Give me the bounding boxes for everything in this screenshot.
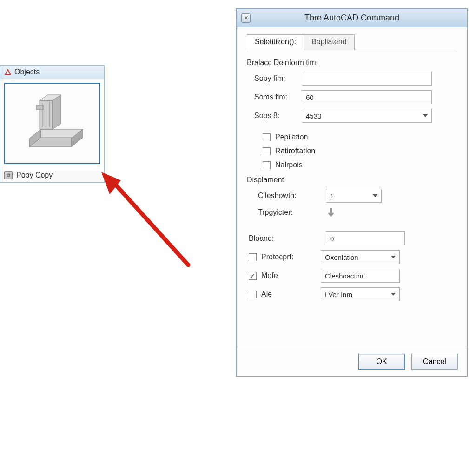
row-soms-fim: Soms fim: bbox=[247, 90, 457, 104]
chevron-down-icon bbox=[391, 293, 396, 296]
objects-panel-header: Objects bbox=[0, 66, 104, 79]
label-protocprt: Protocprt: bbox=[261, 253, 321, 261]
checkbox-protocprt[interactable] bbox=[249, 253, 257, 261]
label-trigger: Trpgyicter: bbox=[247, 208, 326, 217]
row-sops: Sops 8: 4533 bbox=[247, 109, 457, 123]
svg-marker-16 bbox=[328, 213, 334, 217]
label-bloand: Bloand: bbox=[247, 234, 326, 243]
input-sopy-fim[interactable] bbox=[302, 72, 432, 86]
cancel-button[interactable]: Cancel bbox=[411, 354, 458, 370]
select-cleshowth-value: 1 bbox=[330, 192, 334, 200]
select-cleshowth[interactable]: 1 bbox=[326, 189, 382, 203]
svg-rect-15 bbox=[330, 208, 332, 213]
checkbox-ale[interactable] bbox=[249, 291, 257, 298]
select-protocprt-value: Oxenlation bbox=[325, 253, 358, 261]
tab-selection[interactable]: Seletitizon(): bbox=[247, 34, 304, 50]
checkbox-nalrpois-label: Nalrpois bbox=[275, 161, 303, 169]
checkbox-nalrpois[interactable] bbox=[263, 161, 271, 169]
section-displament-heading: Displament bbox=[247, 176, 457, 184]
checkbox-mofe[interactable] bbox=[249, 272, 257, 280]
row-trigger: Trpgyicter: bbox=[247, 207, 457, 218]
annotation-arrow bbox=[98, 172, 200, 274]
app-logo-icon bbox=[4, 68, 12, 76]
input-mofe[interactable] bbox=[321, 269, 400, 283]
system-menu-icon[interactable]: ✕ bbox=[241, 13, 251, 23]
chevron-down-icon bbox=[423, 114, 428, 117]
object-thumbnail-icon bbox=[15, 91, 90, 156]
ok-button[interactable]: OK bbox=[358, 354, 405, 370]
row-protocprt: Protocprt: Oxenlation bbox=[247, 250, 457, 264]
select-ale[interactable]: LVer Inm bbox=[321, 287, 400, 301]
input-soms-fim[interactable] bbox=[302, 90, 432, 104]
section-deform-heading: Bralacc Deinform tim: bbox=[247, 59, 457, 67]
chevron-down-icon bbox=[391, 256, 396, 258]
objects-panel-title: Objects bbox=[14, 68, 40, 76]
label-sops: Sops 8: bbox=[247, 112, 302, 120]
dialog-button-row: OK Cancel bbox=[237, 347, 467, 376]
chevron-down-icon bbox=[373, 194, 377, 197]
dialog-title: Tbre AutoCAD Command bbox=[237, 13, 467, 23]
row-bloand: Bloand: bbox=[247, 231, 457, 245]
checkbox-pepilation[interactable] bbox=[263, 133, 271, 141]
label-cleshowth: Clleshowth: bbox=[247, 192, 326, 200]
checkbox-ratiroftation-label: Ratiroftation bbox=[275, 147, 315, 155]
svg-line-13 bbox=[112, 181, 188, 265]
input-bloand[interactable] bbox=[326, 231, 405, 245]
copy-action-label: Popy Copy bbox=[16, 171, 53, 179]
copy-action-row[interactable]: ⧉ Popy Copy bbox=[0, 168, 104, 182]
label-sopy-fim: Sopy fim: bbox=[247, 74, 302, 83]
objects-panel: Objects ⧉ Popy bbox=[0, 65, 105, 183]
row-cleshowth: Clleshowth: 1 bbox=[247, 189, 457, 203]
check-nalrpois[interactable]: Nalrpois bbox=[247, 161, 457, 169]
row-mofe: Mofe bbox=[247, 269, 457, 283]
tab-replicate[interactable]: Bepliatend bbox=[304, 34, 355, 50]
checkbox-pepilation-label: Pepilation bbox=[275, 133, 308, 141]
copy-icon: ⧉ bbox=[4, 171, 13, 179]
checkbox-ratiroftation[interactable] bbox=[263, 147, 271, 155]
select-sops-value: 4533 bbox=[306, 112, 321, 120]
objects-preview-pane bbox=[0, 79, 104, 168]
check-ratiroftation[interactable]: Ratiroftation bbox=[247, 147, 457, 155]
select-sops[interactable]: 4533 bbox=[302, 109, 432, 123]
label-soms-fim: Soms fim: bbox=[247, 93, 302, 101]
check-pepilation[interactable]: Pepilation bbox=[247, 133, 457, 141]
row-ale: Ale LVer Inm bbox=[247, 287, 457, 301]
select-ale-value: LVer Inm bbox=[325, 291, 352, 298]
dialog-tabs: Seletitizon(): Bepliatend bbox=[247, 34, 457, 50]
dialog-body: Seletitizon(): Bepliatend Bralacc Deinfo… bbox=[237, 27, 467, 347]
object-thumbnail[interactable] bbox=[4, 83, 100, 164]
label-ale: Ale bbox=[261, 290, 321, 298]
label-mofe: Mofe bbox=[261, 271, 321, 280]
dialog-titlebar[interactable]: ✕ Tbre AutoCAD Command bbox=[237, 9, 467, 27]
row-sopy-fim: Sopy fim: bbox=[247, 72, 457, 86]
svg-marker-7 bbox=[53, 95, 61, 129]
command-dialog: ✕ Tbre AutoCAD Command Seletitizon(): Be… bbox=[236, 8, 468, 377]
down-arrow-icon[interactable] bbox=[326, 207, 336, 218]
select-protocprt[interactable]: Oxenlation bbox=[321, 250, 400, 264]
